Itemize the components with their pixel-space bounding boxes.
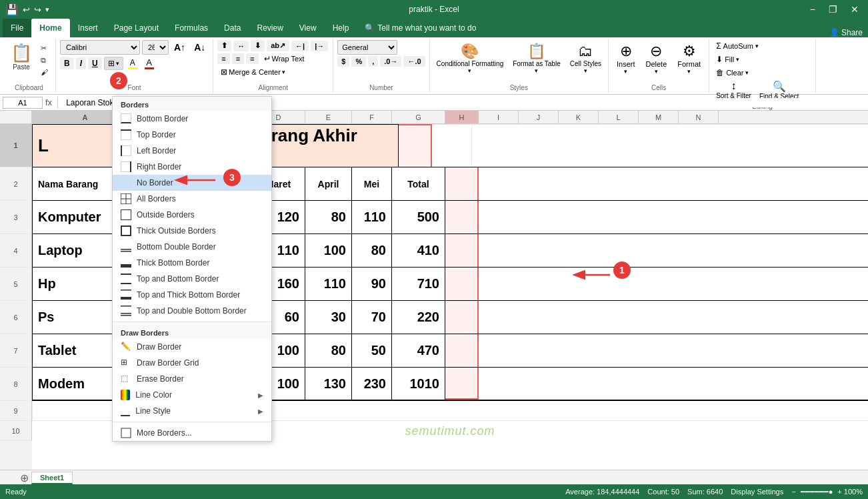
tab-page-layout[interactable]: Page Layout <box>106 19 167 37</box>
cell-F8[interactable]: 230 <box>352 368 392 400</box>
cell-F3[interactable]: 110 <box>352 201 392 233</box>
row-header-9[interactable]: 9 <box>0 401 32 421</box>
erase-border-item[interactable]: ⬚ Erase Border <box>113 371 271 387</box>
cell-F7[interactable]: 50 <box>352 334 392 367</box>
cell-F2[interactable]: Mei <box>352 167 392 200</box>
cell-I5[interactable] <box>479 268 868 300</box>
tab-review[interactable]: Review <box>249 19 291 37</box>
cell-F5[interactable]: 90 <box>352 268 392 300</box>
copy-btn[interactable]: ⧉ <box>37 55 51 66</box>
draw-border-item[interactable]: ✏️ Draw Border <box>113 339 271 355</box>
tab-help[interactable]: Help <box>325 19 357 37</box>
font-selector[interactable]: Calibri <box>60 40 140 55</box>
undo-btn[interactable]: ↩ <box>23 5 30 15</box>
col-header-K[interactable]: K <box>559 111 599 123</box>
right-border-item[interactable]: Right Border <box>113 159 271 175</box>
row-header-2[interactable]: 2 <box>0 167 32 201</box>
cell-I2[interactable] <box>479 167 868 200</box>
quick-access-more[interactable]: ▾ <box>45 5 49 14</box>
cell-G5[interactable]: 710 <box>392 268 445 300</box>
decrease-font-size-btn[interactable]: A↓ <box>191 41 209 53</box>
insert-btn[interactable]: ⊕ Insert ▾ <box>613 40 639 77</box>
cell-E3[interactable]: 80 <box>305 201 352 233</box>
cell-styles-btn[interactable]: 🗂 Cell Styles ▾ <box>567 40 604 77</box>
cell-E4[interactable]: 100 <box>305 234 352 267</box>
redo-btn[interactable]: ↪ <box>34 5 41 15</box>
cell-H2[interactable] <box>445 167 479 200</box>
col-header-N[interactable]: N <box>679 111 719 123</box>
tab-search[interactable]: 🔍 Tell me what you want to do <box>357 19 484 37</box>
indent-decrease-btn[interactable]: ←| <box>291 41 309 51</box>
cell-I6[interactable] <box>479 301 868 334</box>
delete-btn[interactable]: ⊖ Delete ▾ <box>641 40 671 77</box>
draw-border-grid-item[interactable]: ⊞ Draw Border Grid <box>113 355 271 371</box>
thick-bottom-border-item[interactable]: Thick Bottom Border <box>113 255 271 271</box>
share-btn[interactable]: 👤 Share <box>829 28 863 37</box>
close-btn[interactable]: ✕ <box>847 3 863 16</box>
align-bottom-btn[interactable]: ⬇ <box>251 40 265 51</box>
cell-F6[interactable]: 70 <box>352 301 392 334</box>
zoom-slider[interactable]: ━━━━━━● <box>801 488 833 496</box>
add-sheet-btn[interactable]: ⊕ <box>20 472 29 484</box>
left-border-item[interactable]: Left Border <box>113 143 271 159</box>
fill-btn[interactable]: ⬇ Fill ▾ <box>713 53 742 65</box>
col-header-E[interactable]: E <box>305 111 352 123</box>
paste-btn[interactable]: 📋 Paste <box>7 40 36 73</box>
row-header-3[interactable]: 3 <box>0 201 32 234</box>
cell-G8[interactable]: 1010 <box>392 368 445 400</box>
conditional-formatting-btn[interactable]: 🎨 Conditional Formatting ▾ <box>434 40 507 77</box>
row-header-10[interactable]: 10 <box>0 421 32 441</box>
tab-data[interactable]: Data <box>216 19 249 37</box>
col-header-L[interactable]: L <box>599 111 639 123</box>
align-center-btn[interactable]: ≡ <box>232 53 244 64</box>
top-thick-bottom-border-item[interactable]: Top and Thick Bottom Border <box>113 287 271 303</box>
top-border-item[interactable]: Top Border <box>113 127 271 143</box>
row-header-8[interactable]: 8 <box>0 368 32 401</box>
align-left-btn[interactable]: ≡ <box>217 53 229 64</box>
bold-btn[interactable]: B <box>60 57 74 69</box>
cell-I1[interactable] <box>432 124 472 167</box>
cell-E7[interactable]: 80 <box>305 334 352 367</box>
row-header-4[interactable]: 4 <box>0 234 32 268</box>
cell-H5[interactable] <box>445 268 479 300</box>
cell-G7[interactable]: 470 <box>392 334 445 367</box>
align-top-btn[interactable]: ⬆ <box>217 40 231 51</box>
cell-ref-input[interactable] <box>3 97 43 109</box>
col-header-J[interactable]: J <box>519 111 559 123</box>
font-color-btn[interactable]: A <box>142 56 157 71</box>
cell-I7[interactable] <box>479 334 868 367</box>
col-header-M[interactable]: M <box>639 111 679 123</box>
cell-J1[interactable] <box>472 124 868 167</box>
no-border-item[interactable]: No Border <box>113 175 271 191</box>
cell-H8[interactable] <box>445 368 479 400</box>
col-header-I[interactable]: I <box>479 111 519 123</box>
cell-G4[interactable]: 410 <box>392 234 445 267</box>
restore-btn[interactable]: ❐ <box>825 3 841 16</box>
display-settings[interactable]: Display Settings <box>731 488 783 496</box>
autosum-btn[interactable]: Σ AutoSum ▾ <box>713 40 761 52</box>
format-as-table-btn[interactable]: 📋 Format as Table ▾ <box>510 40 563 77</box>
percent-btn[interactable]: % <box>351 56 366 67</box>
zoom-in-btn[interactable]: + <box>837 488 841 496</box>
underline-btn[interactable]: U <box>88 57 102 69</box>
cell-G6[interactable]: 220 <box>392 301 445 334</box>
cell-F4[interactable]: 80 <box>352 234 392 267</box>
indent-increase-btn[interactable]: |→ <box>311 41 328 51</box>
cell-H3[interactable] <box>445 201 479 233</box>
font-size-selector[interactable]: 26 <box>142 40 169 55</box>
cell-H4[interactable] <box>445 234 479 267</box>
merge-center-btn[interactable]: ⊠ Merge & Center ▾ <box>217 66 289 78</box>
cell-I3[interactable] <box>479 201 868 233</box>
thick-outside-borders-item[interactable]: Thick Outside Borders <box>113 223 271 239</box>
line-color-item[interactable]: Line Color ▶ <box>113 387 271 403</box>
italic-btn[interactable]: I <box>76 57 86 69</box>
cell-E2[interactable]: April <box>305 167 352 200</box>
cell-H7[interactable] <box>445 334 479 367</box>
all-borders-item[interactable]: All Borders <box>113 191 271 207</box>
format-btn-ribbon[interactable]: ⚙ Format ▾ <box>673 40 705 77</box>
col-header-F[interactable]: F <box>352 111 392 123</box>
cell-E8[interactable]: 130 <box>305 368 352 400</box>
sheet-tab-1[interactable]: Sheet1 <box>31 472 73 484</box>
increase-font-size-btn[interactable]: A↑ <box>171 41 189 53</box>
tab-view[interactable]: View <box>291 19 325 37</box>
